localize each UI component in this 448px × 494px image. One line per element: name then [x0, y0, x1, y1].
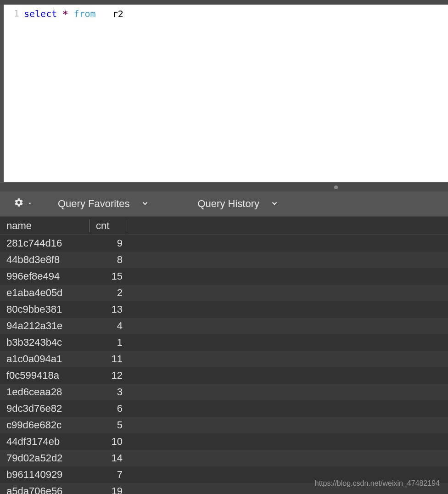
chevron-down-icon[interactable] [27, 200, 33, 208]
results-toolbar: Query Favorites Query History [0, 191, 448, 217]
cell-cnt: 5 [90, 419, 127, 431]
cell-name: 281c744d16 [0, 237, 90, 249]
cell-cnt: 2 [90, 287, 127, 299]
table-row[interactable]: 94a212a31e4 [0, 318, 448, 334]
query-history-dropdown[interactable]: Query History [192, 198, 284, 210]
cell-name: b961140929 [0, 469, 90, 481]
cell-cnt: 12 [90, 370, 127, 382]
cell-name: a1c0a094a1 [0, 353, 90, 365]
cell-cnt: 6 [90, 403, 127, 415]
cell-cnt: 9 [90, 237, 127, 249]
sql-keyword-select: select [24, 8, 57, 19]
watermark: https://blog.csdn.net/weixin_47482194 [315, 479, 440, 488]
results-body[interactable]: 281c744d16944b8d3e8f88996ef8e49415e1aba4… [0, 235, 448, 494]
results-header: name cnt [0, 217, 448, 235]
chevron-down-icon [270, 199, 279, 209]
column-header-name[interactable]: name [0, 219, 90, 232]
cell-cnt: 13 [90, 303, 127, 315]
cell-cnt: 19 [90, 485, 127, 494]
cell-name: 79d02a52d2 [0, 452, 90, 464]
top-bar [0, 0, 448, 5]
table-row[interactable]: f0c599418a12 [0, 367, 448, 384]
cell-cnt: 10 [90, 436, 127, 448]
cell-name: 44df3174eb [0, 436, 90, 448]
sql-table-name: r2 [112, 8, 123, 19]
gear-icon[interactable] [14, 197, 24, 210]
cell-name: 1ed6ceaa28 [0, 386, 90, 398]
cell-name: 9dc3d76e82 [0, 403, 90, 415]
sql-keyword-from: from [73, 8, 95, 19]
cell-name: 80c9bbe381 [0, 303, 90, 315]
query-favorites-dropdown[interactable]: Query Favorites [52, 198, 155, 210]
table-row[interactable]: e1aba4e05d2 [0, 285, 448, 301]
divider-handle-icon [334, 185, 338, 189]
pane-divider[interactable] [0, 182, 448, 191]
cell-cnt: 4 [90, 320, 127, 332]
cell-cnt: 8 [90, 254, 127, 266]
cell-name: c99d6e682c [0, 419, 90, 431]
table-row[interactable]: 281c744d169 [0, 235, 448, 252]
table-row[interactable]: 79d02a52d214 [0, 450, 448, 466]
table-row[interactable]: b3b3243b4c1 [0, 334, 448, 351]
cell-name: 44b8d3e8f8 [0, 254, 90, 266]
cell-name: 996ef8e494 [0, 270, 90, 282]
sql-editor[interactable]: 1 select * from r2 [0, 5, 448, 182]
sql-star: * [62, 8, 68, 19]
cell-cnt: 1 [90, 337, 127, 348]
cell-cnt: 3 [90, 386, 127, 398]
cell-cnt: 11 [90, 353, 127, 365]
code-area[interactable]: select * from r2 [24, 5, 448, 182]
table-row[interactable]: 1ed6ceaa283 [0, 384, 448, 400]
chevron-down-icon [141, 199, 149, 209]
line-gutter: 1 [4, 5, 24, 182]
cell-name: a5da706e56 [0, 485, 90, 494]
editor-left-strip [0, 5, 4, 182]
cell-name: e1aba4e05d [0, 287, 90, 299]
query-history-label: Query History [198, 198, 259, 210]
query-favorites-label: Query Favorites [58, 198, 130, 210]
cell-name: b3b3243b4c [0, 337, 90, 348]
cell-cnt: 15 [90, 270, 127, 282]
table-row[interactable]: c99d6e682c5 [0, 417, 448, 433]
column-header-cnt[interactable]: cnt [90, 219, 127, 232]
cell-cnt: 14 [90, 452, 127, 464]
table-row[interactable]: 996ef8e49415 [0, 268, 448, 285]
table-row[interactable]: 44b8d3e8f88 [0, 252, 448, 268]
table-row[interactable]: 80c9bbe38113 [0, 301, 448, 318]
cell-cnt: 7 [90, 469, 127, 481]
cell-name: f0c599418a [0, 370, 90, 382]
table-row[interactable]: 44df3174eb10 [0, 433, 448, 450]
table-row[interactable]: a1c0a094a111 [0, 351, 448, 367]
cell-name: 94a212a31e [0, 320, 90, 332]
table-row[interactable]: 9dc3d76e826 [0, 400, 448, 417]
line-number: 1 [4, 8, 19, 19]
